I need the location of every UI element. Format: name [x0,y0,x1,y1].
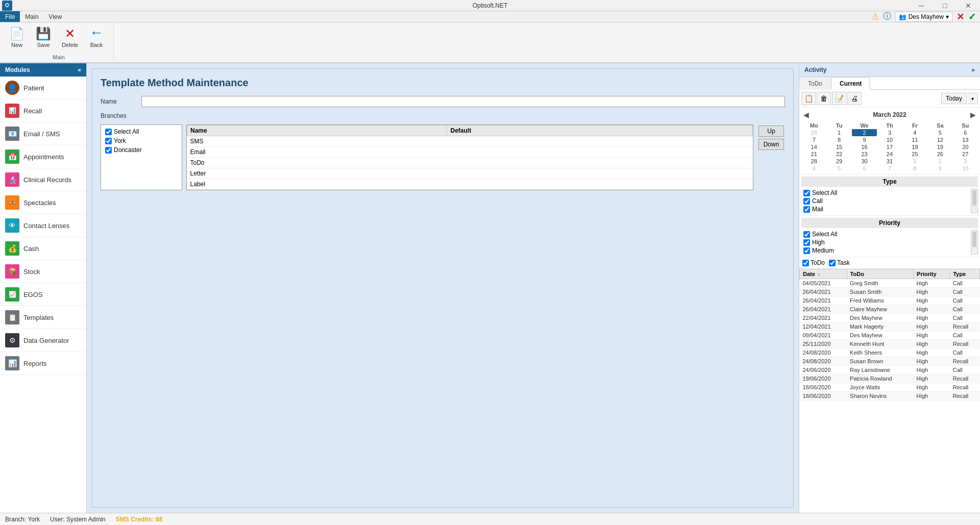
sidebar-item-clinical-records[interactable]: 🔬 Clinical Records [0,168,86,191]
calendar-day-cell[interactable]: 13 [953,136,978,143]
task-checkbox[interactable] [829,260,836,266]
app-close-red-button[interactable]: ✕ [957,11,964,22]
activity-table-row[interactable]: 19/06/2020Patricia RowlandHighRecall [800,374,980,383]
priority-filter-checkbox[interactable] [803,231,810,238]
todo-checkbox[interactable] [802,260,809,266]
priority-filter-item[interactable]: Select All [801,230,971,238]
tab-todo[interactable]: ToDo [799,77,831,90]
methods-table-row[interactable]: Email [187,147,753,158]
calendar-prev-button[interactable]: ◀ [803,111,809,119]
sidebar-item-email-sms[interactable]: 📧 Email / SMS [0,122,86,145]
sidebar-item-patient[interactable]: 👤 Patient [0,77,86,99]
calendar-day-cell[interactable]: 16 [852,143,877,151]
type-filter-checkbox[interactable] [803,190,810,196]
activity-new-button[interactable]: 📋 [801,92,816,105]
calendar-day-cell[interactable]: 8 [826,136,851,143]
type-filter-checkbox[interactable] [803,206,810,213]
activity-table-row[interactable]: 26/04/2021Susan SmithHighCall [800,288,980,296]
activity-expand-icon[interactable]: » [971,66,975,73]
calendar-next-button[interactable]: ▶ [970,111,976,119]
calendar-day-cell[interactable]: 9 [852,136,877,143]
calendar-day-cell[interactable]: 10 [877,136,902,143]
methods-col-default[interactable]: Default [447,126,753,136]
calendar-day-cell[interactable]: 5 [927,129,952,136]
branch-doncaster[interactable]: Doncaster [103,145,180,155]
branch-york-checkbox[interactable] [105,138,112,144]
calendar-day-cell[interactable]: 4 [902,129,927,136]
calendar-day-cell[interactable]: 21 [801,151,826,158]
calendar-day-cell[interactable]: 11 [902,136,927,143]
calendar-day-cell[interactable]: 31 [877,158,902,165]
calendar-day-cell[interactable]: 7 [801,136,826,143]
new-button[interactable]: 📄 New [4,24,30,50]
sidebar-item-recall[interactable]: 📊 Recall [0,99,86,122]
activity-print-button[interactable]: 🖨 [847,92,862,105]
calendar-day-cell[interactable]: 9 [927,165,952,172]
calendar-day-cell[interactable]: 25 [902,151,927,158]
branch-doncaster-checkbox[interactable] [105,147,112,154]
calendar-day-cell[interactable]: 22 [826,151,851,158]
priority-filter-scrollbar[interactable] [971,230,978,255]
activity-table-row[interactable]: 09/04/2021Des MayhewHighCall [800,331,980,340]
calendar-day-cell[interactable]: 19 [927,143,952,151]
branch-york[interactable]: York [103,136,180,145]
type-filter-checkbox[interactable] [803,198,810,205]
calendar-day-cell[interactable]: 28 [801,129,826,136]
activity-table-row[interactable]: 12/04/2021Mark HagertyHighRecall [800,322,980,331]
calendar-day-cell[interactable]: 5 [826,165,851,172]
activity-table-row[interactable]: 25/11/2020Kenneth HuntHighRecall [800,340,980,348]
calendar-day-cell[interactable]: 29 [826,158,851,165]
type-filter-item[interactable]: Select All [801,189,971,197]
activity-table-row[interactable]: 22/04/2021Des MayhewHighCall [800,314,980,322]
app-check-green-button[interactable]: ✓ [968,11,976,22]
calendar-day-cell[interactable]: 24 [877,151,902,158]
calendar-day-cell[interactable]: 23 [852,151,877,158]
sidebar-item-appointments[interactable]: 📅 Appointments [0,145,86,168]
activity-table-row[interactable]: 24/08/2020Keith SheersHighCall [800,348,980,357]
activity-table-row[interactable]: 26/04/2021Claire MayhewHighCall [800,305,980,314]
calendar-day-cell[interactable]: 7 [877,165,902,172]
menu-file[interactable]: File [0,11,20,22]
sidebar-item-contact-lenses[interactable]: 👁 Contact Lenses [0,214,86,237]
calendar-day-cell[interactable]: 6 [953,129,978,136]
sidebar-item-stock[interactable]: 📦 Stock [0,260,86,283]
calendar-day-cell[interactable]: 28 [801,158,826,165]
calendar-day-cell[interactable]: 4 [801,165,826,172]
calendar-day-cell[interactable]: 17 [877,143,902,151]
menu-main[interactable]: Main [20,11,43,22]
down-button[interactable]: Down [758,139,784,150]
methods-col-name[interactable]: Name [187,126,447,136]
calendar-day-cell[interactable]: 18 [902,143,927,151]
priority-filter-checkbox[interactable] [803,247,810,254]
today-dropdown-button[interactable]: ▾ [968,93,978,104]
back-button[interactable]: ← Back [84,22,109,50]
col-todo[interactable]: ToDo [847,269,914,279]
calendar-day-cell[interactable]: 3 [953,158,978,165]
activity-table-row[interactable]: 24/06/2020Ray LansdowneHighCall [800,366,980,374]
sidebar-item-data-generator[interactable]: ⚙ Data Generator [0,329,86,352]
calendar-day-cell[interactable]: 3 [877,129,902,136]
warning-icon[interactable]: ⚠ [872,12,879,21]
sidebar-item-templates[interactable]: 📋 Templates [0,306,86,329]
col-type[interactable]: Type [950,269,980,279]
sidebar-item-egos[interactable]: 📈 EGOS [0,283,86,306]
save-button[interactable]: 💾 Save [31,24,56,50]
calendar-day-cell[interactable]: 30 [852,158,877,165]
sidebar-collapse-icon[interactable]: « [78,66,81,73]
activity-table-row[interactable]: 18/06/2020Joyce WattsHighRecall [800,383,980,392]
calendar-day-cell[interactable]: 1 [902,158,927,165]
methods-table-row[interactable]: Letter [187,168,753,179]
calendar-day-cell[interactable]: 2 [852,129,877,136]
calendar-day-cell[interactable]: 15 [826,143,851,151]
delete-button[interactable]: ✕ Delete [57,24,83,50]
branch-select-all[interactable]: Select All [103,127,180,136]
activity-delete-button[interactable]: 🗑 [817,92,831,105]
activity-table-container[interactable]: Date ↑ ToDo Priority Type 04/05/2021Greg… [799,269,980,513]
sidebar-item-cash[interactable]: 💰 Cash [0,237,86,260]
calendar-day-cell[interactable]: 27 [953,151,978,158]
activity-edit-button[interactable]: 📝 [832,92,846,105]
activity-table-row[interactable]: 18/06/2020Sharon NevinsHighRecall [800,392,980,401]
tab-current[interactable]: Current [831,77,870,90]
maximize-button[interactable]: □ [933,0,957,11]
type-filter-item[interactable]: Call [801,197,971,205]
